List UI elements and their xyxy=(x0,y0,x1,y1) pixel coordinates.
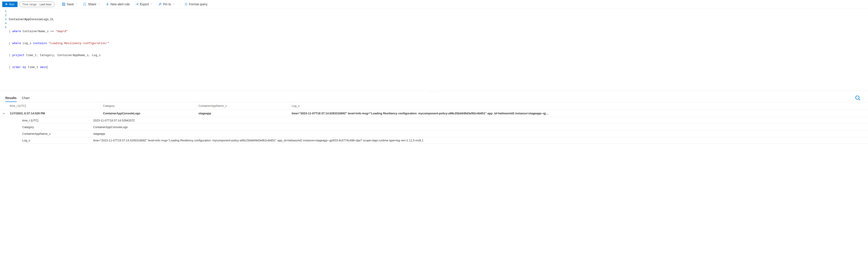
format-button[interactable]: Format query xyxy=(182,1,209,7)
search-icon[interactable] xyxy=(855,95,861,101)
save-label: Save xyxy=(67,2,74,6)
detail-row: Category ContainerAppConsoleLogs xyxy=(22,124,868,131)
save-button[interactable]: Save ﹀ xyxy=(60,1,80,7)
detail-row: ContainerAppName_s stageapp xyxy=(22,131,868,137)
divider xyxy=(180,2,180,6)
code-area[interactable]: ContainerAppConsoleLogs_CL | where Conta… xyxy=(9,9,110,77)
detail-key: Log_s xyxy=(22,139,91,142)
query-editor[interactable]: 12345 ContainerAppConsoleLogs_CL | where… xyxy=(0,9,868,91)
timerange-pill[interactable]: Time range : Last hour xyxy=(19,2,55,7)
expand-toggle[interactable] xyxy=(0,110,7,117)
detail-val: 2023-11-07T18:37:14.5294207Z xyxy=(91,119,868,122)
export-button[interactable]: Export ﹀ xyxy=(133,1,154,7)
results-tabs: Results Chart xyxy=(0,94,868,102)
new-alert-label: New alert rule xyxy=(111,2,130,6)
pin-button[interactable]: Pin to ﹀ xyxy=(156,1,177,7)
detail-key: Category xyxy=(22,126,91,129)
cell-app: stageapp xyxy=(196,112,289,115)
col-appname[interactable]: ContainerAppName_s xyxy=(196,102,289,109)
export-icon xyxy=(135,2,138,6)
share-button[interactable]: Share ﹀ xyxy=(81,1,102,7)
save-icon xyxy=(62,2,65,6)
cell-log: time="2023-11-07T18:37:14.529331669Z" le… xyxy=(289,112,868,115)
chevron-down-icon: ﹀ xyxy=(151,3,153,6)
toolbar: Run Time range : Last hour Save ﹀ Share … xyxy=(0,0,868,9)
table-row[interactable]: 11/7/2023, 6:37:14.529 PM ContainerAppCo… xyxy=(0,110,868,117)
chevron-down-icon xyxy=(2,112,5,115)
col-time[interactable]: time_t [UTC] xyxy=(7,102,101,109)
detail-val: ContainerAppConsoleLogs xyxy=(91,126,868,129)
col-log[interactable]: Log_s xyxy=(289,102,868,109)
table-header-row: time_t [UTC] Category ContainerAppName_s… xyxy=(0,102,868,110)
timerange-value: Last hour xyxy=(39,3,52,6)
run-button[interactable]: Run xyxy=(2,2,18,7)
chevron-down-icon: ﹀ xyxy=(98,3,100,6)
detail-row: time_t [UTC] 2023-11-07T18:37:14.5294207… xyxy=(22,117,868,124)
col-category[interactable]: Category xyxy=(101,102,196,109)
play-icon xyxy=(5,3,8,6)
tab-chart[interactable]: Chart xyxy=(22,94,30,102)
chevron-down-icon: ﹀ xyxy=(75,3,78,6)
row-details: time_t [UTC] 2023-11-07T18:37:14.5294207… xyxy=(0,117,868,144)
detail-val: time="2023-11-07T18:37:14.529331669Z" le… xyxy=(91,139,868,142)
share-icon xyxy=(83,2,87,6)
tab-results[interactable]: Results xyxy=(5,94,17,102)
results-table: time_t [UTC] Category ContainerAppName_s… xyxy=(0,102,868,144)
detail-key: ContainerAppName_s xyxy=(22,132,91,135)
resize-handle[interactable]: · · · xyxy=(0,91,868,94)
detail-row: Log_s time="2023-11-07T18:37:14.52933166… xyxy=(22,137,868,144)
new-alert-button[interactable]: New alert rule xyxy=(104,1,131,7)
cell-category: ContainerAppConsoleLogs xyxy=(101,112,196,115)
pin-label: Pin to xyxy=(163,2,171,6)
detail-key: time_t [UTC] xyxy=(22,119,91,122)
divider xyxy=(57,2,58,6)
format-icon xyxy=(184,2,188,6)
format-label: Format query xyxy=(189,2,208,6)
pin-icon xyxy=(158,2,162,6)
svg-rect-2 xyxy=(63,4,65,5)
run-label: Run xyxy=(9,3,14,6)
detail-val: stageapp xyxy=(91,132,868,135)
line-gutter: 12345 xyxy=(0,9,9,77)
plus-icon xyxy=(106,2,109,6)
svg-rect-1 xyxy=(63,3,64,4)
svg-point-3 xyxy=(856,96,859,99)
cell-time: 11/7/2023, 6:37:14.529 PM xyxy=(7,112,101,115)
chevron-down-icon: ﹀ xyxy=(173,3,175,6)
highlighted-log-text: Loading Resiliency configuration: mycomp… xyxy=(371,112,487,115)
timerange-label: Time range : xyxy=(22,3,38,6)
share-label: Share xyxy=(88,2,96,6)
export-label: Export xyxy=(140,2,149,6)
